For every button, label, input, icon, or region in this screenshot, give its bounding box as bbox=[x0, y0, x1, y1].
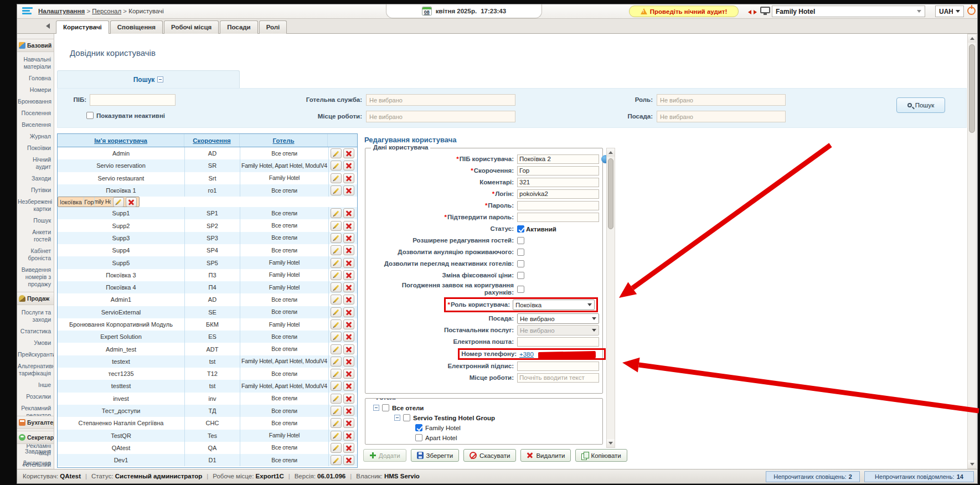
tab-0[interactable]: Користувачі bbox=[56, 20, 109, 34]
delete-row-button[interactable] bbox=[343, 406, 354, 416]
cancel-button[interactable]: Скасувати bbox=[463, 449, 516, 462]
edit-row-button[interactable] bbox=[331, 332, 342, 342]
table-row[interactable]: Supp4SP4Все отели bbox=[58, 244, 357, 256]
table-row[interactable]: ServioExternalSEВсе отели bbox=[58, 306, 357, 318]
text-field-15[interactable] bbox=[517, 337, 599, 347]
table-row[interactable]: Admin_testADTВсе отели bbox=[58, 343, 357, 355]
text-field-5[interactable] bbox=[517, 213, 599, 222]
tab-2[interactable]: Робочі місця bbox=[164, 20, 219, 34]
swap-arrows-icon[interactable] bbox=[748, 8, 757, 15]
pib-input[interactable] bbox=[90, 94, 176, 106]
text-field-2[interactable]: 321 bbox=[517, 178, 599, 187]
table-row[interactable]: Тест_доступиТДВсе отели bbox=[58, 405, 357, 417]
sidebar-item-1-0[interactable]: Послуги та заходи bbox=[17, 307, 54, 326]
editor-scrollbar[interactable] bbox=[606, 148, 615, 448]
delete-row-button[interactable] bbox=[343, 295, 354, 305]
hotel-checkbox[interactable] bbox=[403, 414, 410, 421]
sidebar-item-0-3[interactable]: Бронювання bbox=[17, 96, 54, 107]
delete-row-button[interactable] bbox=[343, 443, 354, 453]
tab-1[interactable]: Сповіщення bbox=[110, 20, 163, 34]
delete-row-button[interactable] bbox=[343, 245, 354, 255]
workplace-field[interactable]: Не вибрано bbox=[366, 111, 515, 122]
copy-button[interactable]: Копіювати bbox=[575, 449, 627, 462]
collapse-icon[interactable] bbox=[157, 76, 163, 82]
delete-row-button[interactable] bbox=[343, 208, 354, 218]
delete-row-button[interactable] bbox=[343, 394, 354, 404]
show-inactive-checkbox[interactable] bbox=[86, 112, 94, 119]
save-button[interactable]: Зберегти bbox=[411, 449, 459, 462]
edit-row-button[interactable] bbox=[331, 221, 342, 231]
sidebar-item-0-8[interactable]: Нічний аудит bbox=[17, 154, 54, 173]
checkbox-10[interactable] bbox=[517, 272, 524, 279]
editor-scrollbar-thumb[interactable] bbox=[608, 158, 613, 229]
edit-row-button[interactable] bbox=[331, 431, 342, 441]
delete-row-button[interactable] bbox=[343, 455, 354, 465]
sidebar-item-0-1[interactable]: Головна bbox=[17, 73, 54, 84]
delete-row-button[interactable] bbox=[343, 332, 354, 342]
breadcrumb-personnel[interactable]: Персонал bbox=[92, 8, 121, 14]
menu-icon[interactable] bbox=[22, 7, 33, 16]
calendar-icon[interactable]: 08 bbox=[422, 7, 432, 16]
delete-row-button[interactable] bbox=[126, 197, 137, 207]
table-row[interactable]: Admin1ADВсе отели bbox=[58, 293, 357, 306]
text-field-4[interactable] bbox=[517, 201, 599, 210]
sidebar-item-0-9[interactable]: Заходи bbox=[17, 173, 54, 184]
delete-row-button[interactable] bbox=[343, 270, 354, 280]
hotel-checkbox[interactable] bbox=[415, 434, 422, 441]
table-row[interactable]: Бронювання Корпоративний МодульБКМFamily… bbox=[58, 318, 357, 331]
delete-button[interactable]: Видалити bbox=[520, 449, 571, 462]
delete-row-button[interactable] bbox=[343, 148, 354, 158]
unread-messages-badge[interactable]: Непрочитаних повідомлень: 14 bbox=[864, 471, 974, 482]
edit-row-button[interactable] bbox=[331, 233, 342, 243]
delete-row-button[interactable] bbox=[343, 381, 354, 391]
sidebar-item-0-14[interactable]: Кабінет броніста bbox=[17, 245, 54, 264]
table-row[interactable]: Степаненко Наталія СергіївнаСНСВсе отели bbox=[58, 417, 357, 429]
table-row[interactable]: Supp5SP5Family Hotel bbox=[58, 256, 357, 269]
checkbox-9[interactable] bbox=[517, 260, 524, 267]
delete-row-button[interactable] bbox=[343, 258, 354, 268]
table-row[interactable]: Supp1SP1Все отели bbox=[58, 207, 357, 219]
table-row[interactable]: Dev1D1Все отели bbox=[58, 454, 357, 466]
select-12[interactable]: Покоївка bbox=[513, 300, 595, 310]
edit-row-button[interactable] bbox=[331, 173, 342, 183]
sidebar-item-1-6[interactable]: Розсилки bbox=[17, 391, 54, 403]
table-row[interactable]: Supp3SP3Все отели bbox=[58, 232, 357, 244]
column-header-hotel[interactable]: Готель bbox=[240, 134, 328, 147]
hotel-selector[interactable]: Family Hotel bbox=[772, 6, 925, 17]
edit-row-button[interactable] bbox=[331, 344, 342, 354]
edit-row-button[interactable] bbox=[331, 319, 342, 329]
tab-4[interactable]: Ролі bbox=[259, 20, 287, 34]
table-row[interactable]: Покоївка 1го1Все отели bbox=[58, 184, 357, 197]
hotel-checkbox[interactable] bbox=[415, 424, 422, 431]
edit-row-button[interactable] bbox=[331, 245, 342, 255]
sidebar-item-0-11[interactable]: Незбережені картки bbox=[17, 196, 54, 215]
table-row[interactable]: QAtestQAВсе отели bbox=[58, 442, 357, 454]
delete-row-button[interactable] bbox=[343, 369, 354, 379]
edit-row-button[interactable] bbox=[331, 381, 342, 391]
collapse-icon[interactable] bbox=[373, 405, 379, 411]
table-row[interactable]: Покоївка 2ГорFamily Hotel bbox=[58, 197, 140, 207]
sidebar-section-3[interactable]: Секретар bbox=[17, 431, 54, 444]
show-inactive-toggle[interactable]: Показувати неактивні bbox=[86, 112, 165, 119]
edit-row-button[interactable] bbox=[113, 197, 124, 207]
edit-row-button[interactable] bbox=[331, 418, 342, 428]
hotel-service-field[interactable]: Не вибрано bbox=[366, 94, 515, 106]
checkbox-6[interactable] bbox=[517, 225, 524, 233]
delete-row-button[interactable] bbox=[343, 161, 354, 171]
text-field-3[interactable]: pokoivka2 bbox=[517, 189, 599, 199]
sidebar-item-0-13[interactable]: Анкети гостей bbox=[17, 226, 54, 245]
text-field-18[interactable]: Почніть вводити текст bbox=[517, 373, 599, 383]
checkbox-11[interactable] bbox=[517, 286, 524, 293]
power-icon[interactable] bbox=[967, 7, 976, 15]
column-header-username[interactable]: Ім'я користувача bbox=[58, 134, 184, 147]
delete-row-button[interactable] bbox=[343, 173, 354, 183]
edit-row-button[interactable] bbox=[331, 406, 342, 416]
position-filter-field[interactable]: Не вибрано bbox=[657, 111, 786, 122]
table-row[interactable]: investinvВсе отели bbox=[58, 393, 357, 405]
breadcrumb-settings[interactable]: Налаштування bbox=[38, 8, 85, 14]
role-filter-field[interactable]: Не вибрано bbox=[657, 94, 786, 106]
column-header-abbreviation[interactable]: Скорочення bbox=[184, 134, 240, 147]
text-field-1[interactable]: Гор bbox=[517, 166, 599, 176]
date-time-box[interactable]: 08 квітня 2025р. 17:23:43 bbox=[386, 4, 542, 18]
edit-row-button[interactable] bbox=[331, 443, 342, 453]
